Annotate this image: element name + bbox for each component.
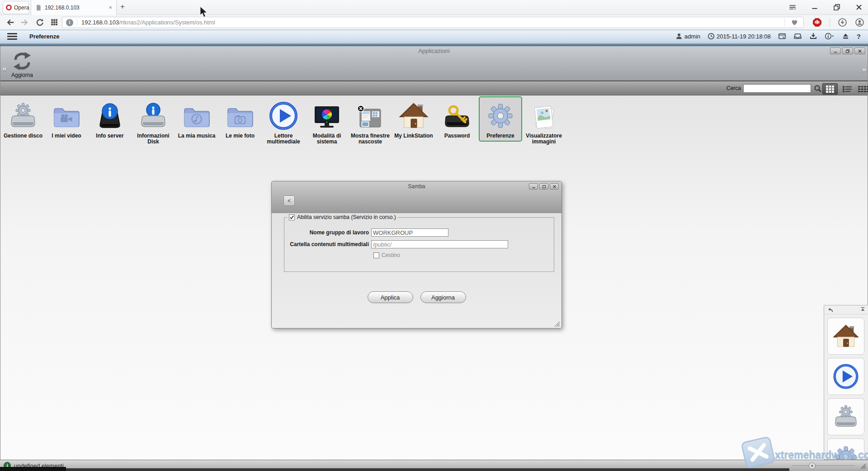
device-tray-icon[interactable] xyxy=(793,32,802,40)
app-label: Info server xyxy=(96,133,123,139)
workgroup-label: Nome gruppo di lavoro xyxy=(284,229,371,236)
play-circle-icon xyxy=(267,99,300,133)
app-icon-password[interactable]: Password xyxy=(435,96,479,142)
app-icon-gestione-disco[interactable]: Gestione disco xyxy=(1,96,45,142)
window-close-icon[interactable] xyxy=(854,3,863,12)
page-icon xyxy=(35,4,42,11)
eject-icon[interactable] xyxy=(842,33,849,40)
app-icon-info-server[interactable]: Info server xyxy=(88,96,132,142)
dialog-back-button[interactable]: < xyxy=(283,195,295,206)
profile-icon[interactable] xyxy=(855,18,864,27)
media-folder-label: Cartella contenuti multimediali xyxy=(284,241,371,247)
forward-icon[interactable] xyxy=(20,18,29,27)
app-icon-i-miei-video[interactable]: I miei video xyxy=(45,96,88,142)
zoom-slider-track[interactable] xyxy=(793,466,855,466)
dialog-minimize-icon[interactable] xyxy=(529,183,538,190)
apply-button[interactable]: Applica xyxy=(368,291,413,303)
refresh-button[interactable]: Aggiorna xyxy=(8,52,37,78)
dock-items xyxy=(824,314,868,460)
app-label: Lettore multimediale xyxy=(263,133,304,145)
dock-collapse-icon[interactable] xyxy=(860,307,866,313)
folder-music-icon xyxy=(180,99,213,133)
photo-stack-icon xyxy=(527,99,561,133)
nas-toolbar: Preferenze admin 2015-11-19 20:18:08 ? xyxy=(0,30,868,43)
trash-checkbox[interactable] xyxy=(373,252,379,258)
list-view-button[interactable] xyxy=(840,83,855,95)
samba-dialog-header[interactable]: Samba < xyxy=(272,181,561,213)
app-icon-visualizzatore-immagini[interactable]: Visualizzatore immagini xyxy=(522,96,566,147)
window-manager-icon[interactable] xyxy=(778,32,786,40)
enable-samba-label: Abilita servizio samba (Servizio in cors… xyxy=(297,214,396,220)
window-restore-icon[interactable] xyxy=(832,3,841,12)
app-icon-preferenze[interactable]: Preferenze xyxy=(479,96,522,142)
dock-item-media-player[interactable] xyxy=(827,358,864,395)
collapse-left-icon[interactable]: « xyxy=(2,64,6,73)
dialog-maximize-icon[interactable] xyxy=(539,183,548,190)
app-icon-le-mie-foto[interactable]: Le mie foto xyxy=(218,96,262,142)
detail-view-button[interactable] xyxy=(856,83,868,95)
workgroup-input[interactable] xyxy=(371,228,448,237)
app-icon-my-linkstation[interactable]: My LinkStation xyxy=(392,96,435,142)
nas-menu-icon[interactable] xyxy=(7,33,17,40)
dialog-close-icon[interactable] xyxy=(550,183,559,190)
dialog-refresh-button[interactable]: Aggiorna xyxy=(420,291,466,303)
play-circle-icon xyxy=(831,362,860,391)
info-dropdown-icon[interactable] xyxy=(825,32,835,40)
app-minimize-icon[interactable] xyxy=(830,48,841,54)
bookmark-heart-icon[interactable] xyxy=(784,18,800,27)
zoom-slider-knob[interactable] xyxy=(809,462,816,469)
tab-close-icon[interactable]: × xyxy=(108,4,112,11)
app-label: I miei video xyxy=(52,133,81,139)
system-clock: 2015-11-19 20:18:08 xyxy=(708,33,771,40)
window-resize-grip[interactable] xyxy=(860,463,866,469)
collapse-right-icon[interactable]: » xyxy=(862,65,866,74)
app-icon-la-mia-musica[interactable]: La mia musica xyxy=(175,96,218,142)
gear-icon xyxy=(484,99,517,133)
speed-dial-icon[interactable] xyxy=(50,18,59,27)
dialog-resize-grip[interactable] xyxy=(554,321,560,327)
dock-item-my-linkstation[interactable] xyxy=(827,318,864,355)
windows-hidden-icon xyxy=(354,99,387,133)
trash-label: Cestino xyxy=(382,252,400,258)
search-icon[interactable] xyxy=(814,85,822,93)
adblock-badge-icon[interactable] xyxy=(812,18,822,27)
gear-icon xyxy=(831,442,860,460)
reload-icon[interactable] xyxy=(35,18,45,27)
app-icon-modalit-di-sistema[interactable]: Modalità di sistema xyxy=(305,96,349,147)
app-label: Preferenze xyxy=(486,133,514,139)
media-folder-input[interactable] xyxy=(371,240,508,248)
enable-samba-checkbox[interactable] xyxy=(289,214,295,220)
browser-tab[interactable]: 192.168.0.103 × xyxy=(31,0,117,15)
app-icon-lettore-multimediale[interactable]: Lettore multimediale xyxy=(262,96,305,147)
disk-gear-icon xyxy=(831,402,860,431)
dock-undo-icon[interactable] xyxy=(827,307,833,313)
logged-user[interactable]: admin xyxy=(675,33,700,40)
site-info-icon[interactable]: i xyxy=(66,19,73,26)
browser-tab-strip: Opera 192.168.0.103 × + xyxy=(0,0,868,15)
search-input[interactable] xyxy=(743,84,811,93)
dock-item-disk-management[interactable] xyxy=(827,398,864,435)
opera-sidebar-menu-icon[interactable] xyxy=(788,3,797,12)
user-icon xyxy=(675,33,683,40)
app-icon-informazioni-disk[interactable]: Informazioni Disk xyxy=(132,96,175,147)
window-minimize-icon[interactable] xyxy=(810,3,819,12)
app-label: My LinkStation xyxy=(394,133,433,139)
help-icon[interactable]: ? xyxy=(857,33,861,40)
datetime-label: 2015-11-19 20:18:08 xyxy=(717,33,771,40)
url-field[interactable]: i 192.168.0.103 /rtknas2/Applications/Sy… xyxy=(62,17,804,28)
downloads-icon[interactable] xyxy=(838,18,847,27)
app-icon-mostra-finestre-nascoste[interactable]: Mostra finestre nascoste xyxy=(349,96,392,147)
app-label: Visualizzatore immagini xyxy=(523,133,565,145)
disk-key-icon xyxy=(440,99,474,133)
download-tray-icon[interactable] xyxy=(809,32,817,40)
back-icon[interactable] xyxy=(5,18,15,27)
house-icon xyxy=(397,99,430,133)
grid-view-button[interactable] xyxy=(822,83,838,95)
app-restore-icon[interactable] xyxy=(842,48,853,54)
dock-item-preferences[interactable] xyxy=(827,438,864,460)
opera-menu-button[interactable]: Opera xyxy=(3,1,29,14)
samba-dialog-body: Abilita servizio samba (Servizio in cors… xyxy=(272,213,561,328)
app-close-icon[interactable] xyxy=(854,48,865,54)
applications-window-title: Applicazioni xyxy=(0,48,868,54)
new-tab-button[interactable]: + xyxy=(120,2,125,11)
